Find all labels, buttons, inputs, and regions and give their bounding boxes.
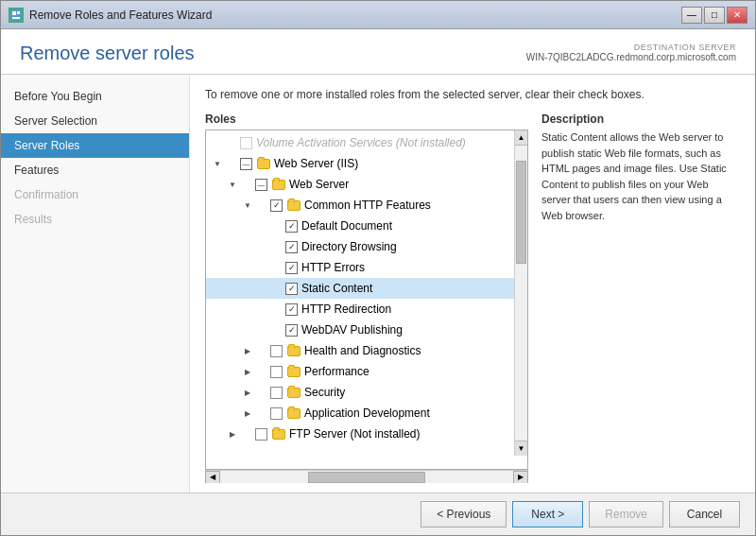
- folder-icon-performance: [286, 364, 301, 379]
- expander-ftp[interactable]: ▶: [225, 426, 240, 441]
- description-header: Description: [541, 112, 740, 126]
- checkbox-common-http[interactable]: [270, 199, 283, 212]
- next-button[interactable]: Next >: [512, 501, 583, 527]
- item-label-http-redirection: HTTP Redirection: [301, 303, 391, 316]
- item-label-common-http: Common HTTP Features: [304, 199, 431, 212]
- roles-panel-header: Roles: [205, 112, 528, 126]
- sidebar-item-server-roles[interactable]: Server Roles: [1, 133, 189, 158]
- sidebar-item-features[interactable]: Features: [1, 158, 189, 182]
- content-body: Roles Volume Activation Services (Not in…: [205, 112, 740, 483]
- scroll-track: [515, 146, 527, 441]
- title-bar: Remove Roles and Features Wizard — □ ✕: [1, 1, 755, 29]
- maximize-button[interactable]: □: [704, 7, 725, 24]
- checkbox-app-dev[interactable]: [270, 407, 283, 420]
- expander-health[interactable]: ▶: [240, 343, 255, 358]
- list-item[interactable]: ▶ FTP Server (Not installed): [206, 424, 527, 444]
- window-title: Remove Roles and Features Wizard: [29, 9, 212, 22]
- folder-icon-ftp: [271, 426, 286, 441]
- scroll-right-arrow[interactable]: ▶: [513, 471, 528, 484]
- page-title: Remove server roles: [20, 43, 195, 64]
- previous-button[interactable]: < Previous: [421, 501, 507, 527]
- folder-icon-health: [286, 343, 301, 358]
- sidebar-item-server-selection[interactable]: Server Selection: [1, 109, 189, 133]
- tree-container[interactable]: Volume Activation Services (Not installe…: [205, 130, 528, 470]
- checkbox-performance[interactable]: [270, 366, 283, 378]
- sidebar-item-confirmation: Confirmation: [1, 182, 189, 207]
- checkbox-http-errors[interactable]: [285, 262, 298, 274]
- list-item[interactable]: HTTP Redirection: [206, 299, 527, 320]
- remove-button[interactable]: Remove: [589, 501, 663, 527]
- item-label-web-server: Web Server: [289, 178, 349, 191]
- checkbox-health[interactable]: [270, 345, 283, 357]
- checkbox-static-content[interactable]: [285, 283, 298, 295]
- item-label-static-content: Static Content: [301, 282, 372, 295]
- svg-rect-2: [17, 11, 20, 14]
- folder-icon-security: [286, 385, 301, 400]
- svg-rect-1: [12, 11, 16, 15]
- list-item[interactable]: Default Document: [206, 216, 527, 236]
- scroll-thumb[interactable]: [516, 161, 526, 264]
- checkbox-ftp[interactable]: [255, 428, 267, 441]
- checkbox-security[interactable]: [270, 387, 283, 399]
- sidebar: Before You Begin Server Selection Server…: [1, 75, 190, 493]
- scroll-thumb-horizontal[interactable]: [308, 472, 425, 483]
- expander-security[interactable]: ▶: [240, 385, 255, 400]
- item-label-webdav: WebDAV Publishing: [301, 323, 403, 337]
- checkbox-directory-browsing[interactable]: [285, 241, 298, 253]
- checkbox-webdav[interactable]: [285, 324, 298, 337]
- window-controls: — □ ✕: [681, 7, 747, 24]
- checkbox-web-server-iis[interactable]: [240, 158, 252, 170]
- cancel-button[interactable]: Cancel: [669, 501, 740, 527]
- scroll-up-arrow[interactable]: ▲: [515, 130, 528, 146]
- description-text: Static Content allows the Web server to …: [541, 130, 740, 223]
- item-label-security: Security: [304, 386, 345, 399]
- svg-rect-3: [12, 17, 20, 19]
- list-item[interactable]: Static Content: [206, 278, 527, 299]
- scrollbar-vertical[interactable]: ▲ ▼: [514, 130, 527, 456]
- title-bar-left: Remove Roles and Features Wizard: [9, 8, 212, 23]
- list-item[interactable]: ▼ Web Server: [206, 174, 527, 195]
- expander-web-server-iis[interactable]: ▼: [210, 156, 225, 171]
- expander-common-http[interactable]: ▼: [240, 198, 255, 213]
- folder-icon-app-dev: [286, 406, 301, 421]
- list-item[interactable]: WebDAV Publishing: [206, 320, 527, 340]
- header-section: Remove server roles DESTINATION SERVER W…: [1, 29, 755, 75]
- destination-server-info: DESTINATION SERVER WIN-7QIBC2LADCG.redmo…: [526, 43, 736, 62]
- scroll-down-arrow[interactable]: ▼: [515, 441, 528, 456]
- main-window: Remove Roles and Features Wizard — □ ✕ R…: [0, 0, 756, 536]
- scroll-left-arrow[interactable]: ◀: [205, 471, 220, 484]
- expander-performance[interactable]: ▶: [240, 364, 255, 379]
- expander-app-dev[interactable]: ▶: [240, 406, 255, 421]
- folder-icon-common-http: [286, 198, 301, 213]
- roles-tree: Volume Activation Services (Not installe…: [206, 130, 527, 446]
- list-item[interactable]: ▶ Performance: [206, 361, 527, 382]
- destination-server-name: WIN-7QIBC2LADCG.redmond.corp.microsoft.c…: [526, 52, 736, 62]
- checkbox-volume-activation[interactable]: [240, 137, 252, 149]
- item-label-app-dev: Application Development: [304, 406, 430, 420]
- list-item[interactable]: Volume Activation Services (Not installe…: [206, 132, 527, 153]
- list-item[interactable]: HTTP Errors: [206, 257, 527, 278]
- list-item[interactable]: ▶ Security: [206, 382, 527, 403]
- scroll-track-horizontal: [220, 471, 513, 484]
- expander-web-server[interactable]: ▼: [225, 177, 240, 192]
- sidebar-item-before-you-begin[interactable]: Before You Begin: [1, 84, 189, 109]
- list-item[interactable]: Directory Browsing: [206, 236, 527, 257]
- scrollbar-horizontal[interactable]: ◀ ▶: [205, 470, 528, 483]
- checkbox-web-server[interactable]: [255, 179, 267, 191]
- item-label-default-document: Default Document: [301, 219, 392, 233]
- list-item[interactable]: ▶ Health and Diagnostics: [206, 340, 527, 361]
- minimize-button[interactable]: —: [681, 7, 702, 24]
- roles-panel: Roles Volume Activation Services (Not in…: [205, 112, 528, 483]
- main-content: Before You Begin Server Selection Server…: [1, 75, 755, 493]
- content-description: To remove one or more installed roles fr…: [205, 88, 740, 101]
- list-item[interactable]: ▶ Application Development: [206, 403, 527, 424]
- list-item[interactable]: ▼ Web Server (IIS): [206, 153, 527, 174]
- checkbox-http-redirection[interactable]: [285, 303, 298, 316]
- item-label-performance: Performance: [304, 365, 369, 378]
- content-area: To remove one or more installed roles fr…: [190, 75, 755, 493]
- close-button[interactable]: ✕: [727, 7, 747, 24]
- list-item[interactable]: ▼ Common HTTP Features: [206, 195, 527, 216]
- item-label-ftp: FTP Server (Not installed): [289, 427, 421, 441]
- description-panel: Description Static Content allows the We…: [541, 112, 740, 483]
- checkbox-default-document[interactable]: [285, 220, 298, 233]
